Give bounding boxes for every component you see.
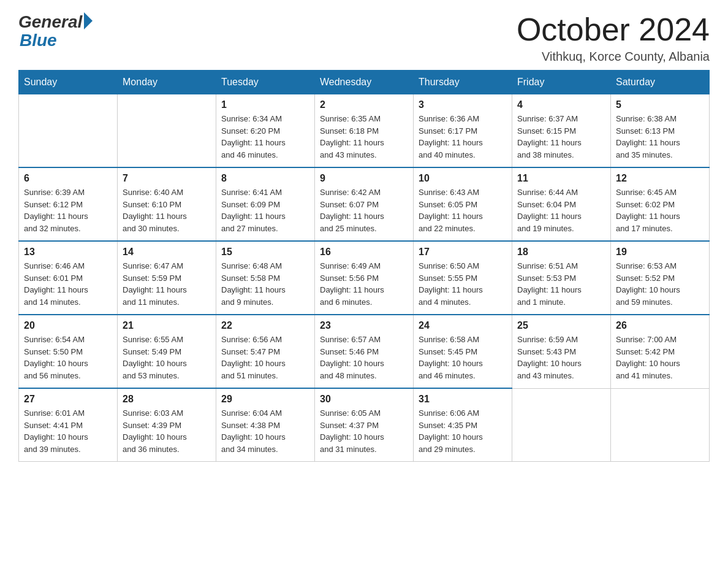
day-info: Sunrise: 6:54 AMSunset: 5:50 PMDaylight:… <box>24 334 112 381</box>
calendar-cell: 31Sunrise: 6:06 AMSunset: 4:35 PMDayligh… <box>414 388 512 462</box>
day-number: 23 <box>320 320 408 331</box>
logo-blue-text: Blue <box>20 32 57 49</box>
calendar-cell: 21Sunrise: 6:55 AMSunset: 5:49 PMDayligh… <box>118 315 216 388</box>
calendar-cell: 7Sunrise: 6:40 AMSunset: 6:10 PMDaylight… <box>118 167 216 241</box>
day-number: 5 <box>616 99 704 110</box>
day-info: Sunrise: 6:42 AMSunset: 6:07 PMDaylight:… <box>320 186 408 234</box>
day-info: Sunrise: 6:05 AMSunset: 4:37 PMDaylight:… <box>320 407 408 455</box>
day-number: 4 <box>517 99 605 110</box>
day-info: Sunrise: 6:04 AMSunset: 4:38 PMDaylight:… <box>221 407 309 455</box>
calendar-cell: 19Sunrise: 6:53 AMSunset: 5:52 PMDayligh… <box>611 241 710 315</box>
calendar-cell: 4Sunrise: 6:37 AMSunset: 6:15 PMDaylight… <box>512 94 611 168</box>
calendar-cell: 27Sunrise: 6:01 AMSunset: 4:41 PMDayligh… <box>19 388 118 462</box>
day-number: 22 <box>221 320 309 331</box>
calendar-cell: 12Sunrise: 6:45 AMSunset: 6:02 PMDayligh… <box>611 167 710 241</box>
calendar-cell: 29Sunrise: 6:04 AMSunset: 4:38 PMDayligh… <box>216 388 315 462</box>
weekday-header-thursday: Thursday <box>414 71 512 94</box>
day-info: Sunrise: 6:38 AMSunset: 6:13 PMDaylight:… <box>616 113 704 161</box>
day-number: 20 <box>24 320 112 331</box>
day-number: 13 <box>24 247 112 258</box>
calendar-week-2: 6Sunrise: 6:39 AMSunset: 6:12 PMDaylight… <box>19 167 710 241</box>
location-title: Vithkuq, Korce County, Albania <box>517 50 710 64</box>
calendar-cell: 26Sunrise: 7:00 AMSunset: 5:42 PMDayligh… <box>611 315 710 388</box>
calendar-cell: 11Sunrise: 6:44 AMSunset: 6:04 PMDayligh… <box>512 167 611 241</box>
day-info: Sunrise: 6:34 AMSunset: 6:20 PMDaylight:… <box>221 113 309 161</box>
day-info: Sunrise: 6:03 AMSunset: 4:39 PMDaylight:… <box>123 407 211 455</box>
day-number: 11 <box>517 173 605 184</box>
calendar-week-5: 27Sunrise: 6:01 AMSunset: 4:41 PMDayligh… <box>19 388 710 462</box>
day-number: 8 <box>221 173 309 184</box>
title-section: October 2024 Vithkuq, Korce County, Alba… <box>517 12 710 64</box>
calendar-cell: 28Sunrise: 6:03 AMSunset: 4:39 PMDayligh… <box>118 388 216 462</box>
day-info: Sunrise: 6:46 AMSunset: 6:01 PMDaylight:… <box>24 260 112 308</box>
calendar-table: SundayMondayTuesdayWednesdayThursdayFrid… <box>18 70 710 462</box>
day-info: Sunrise: 6:59 AMSunset: 5:43 PMDaylight:… <box>517 334 605 381</box>
day-info: Sunrise: 6:35 AMSunset: 6:18 PMDaylight:… <box>320 113 408 161</box>
weekday-header-sunday: Sunday <box>19 71 118 94</box>
day-number: 24 <box>419 320 507 331</box>
page-header: General Blue October 2024 Vithkuq, Korce… <box>18 12 710 64</box>
day-info: Sunrise: 6:37 AMSunset: 6:15 PMDaylight:… <box>517 113 605 161</box>
day-number: 19 <box>616 247 704 258</box>
calendar-cell: 17Sunrise: 6:50 AMSunset: 5:55 PMDayligh… <box>414 241 512 315</box>
calendar-cell: 16Sunrise: 6:49 AMSunset: 5:56 PMDayligh… <box>315 241 414 315</box>
calendar-cell: 18Sunrise: 6:51 AMSunset: 5:53 PMDayligh… <box>512 241 611 315</box>
calendar-week-4: 20Sunrise: 6:54 AMSunset: 5:50 PMDayligh… <box>19 315 710 388</box>
day-info: Sunrise: 6:43 AMSunset: 6:05 PMDaylight:… <box>419 186 507 234</box>
day-info: Sunrise: 6:39 AMSunset: 6:12 PMDaylight:… <box>24 186 112 234</box>
calendar-week-1: 1Sunrise: 6:34 AMSunset: 6:20 PMDaylight… <box>19 94 710 168</box>
calendar-cell: 1Sunrise: 6:34 AMSunset: 6:20 PMDaylight… <box>216 94 315 168</box>
logo-general-text: General <box>18 12 82 32</box>
day-number: 25 <box>517 320 605 331</box>
calendar-cell: 6Sunrise: 6:39 AMSunset: 6:12 PMDaylight… <box>19 167 118 241</box>
calendar-cell: 24Sunrise: 6:58 AMSunset: 5:45 PMDayligh… <box>414 315 512 388</box>
weekday-header-tuesday: Tuesday <box>216 71 315 94</box>
day-number: 28 <box>123 394 211 405</box>
day-info: Sunrise: 6:51 AMSunset: 5:53 PMDaylight:… <box>517 260 605 308</box>
day-number: 16 <box>320 247 408 258</box>
day-number: 17 <box>419 247 507 258</box>
day-number: 15 <box>221 247 309 258</box>
day-info: Sunrise: 6:48 AMSunset: 5:58 PMDaylight:… <box>221 260 309 308</box>
day-info: Sunrise: 6:58 AMSunset: 5:45 PMDaylight:… <box>419 334 507 381</box>
calendar-cell <box>118 94 216 168</box>
day-info: Sunrise: 6:53 AMSunset: 5:52 PMDaylight:… <box>616 260 704 308</box>
calendar-cell <box>19 94 118 168</box>
day-info: Sunrise: 6:55 AMSunset: 5:49 PMDaylight:… <box>123 334 211 381</box>
day-number: 31 <box>419 394 507 405</box>
calendar-cell: 2Sunrise: 6:35 AMSunset: 6:18 PMDaylight… <box>315 94 414 168</box>
calendar-cell: 23Sunrise: 6:57 AMSunset: 5:46 PMDayligh… <box>315 315 414 388</box>
day-info: Sunrise: 6:56 AMSunset: 5:47 PMDaylight:… <box>221 334 309 381</box>
calendar-cell: 5Sunrise: 6:38 AMSunset: 6:13 PMDaylight… <box>611 94 710 168</box>
calendar-cell: 15Sunrise: 6:48 AMSunset: 5:58 PMDayligh… <box>216 241 315 315</box>
calendar-cell: 22Sunrise: 6:56 AMSunset: 5:47 PMDayligh… <box>216 315 315 388</box>
calendar-cell <box>512 388 611 462</box>
day-info: Sunrise: 6:45 AMSunset: 6:02 PMDaylight:… <box>616 186 704 234</box>
weekday-header-friday: Friday <box>512 71 611 94</box>
day-info: Sunrise: 6:49 AMSunset: 5:56 PMDaylight:… <box>320 260 408 308</box>
day-info: Sunrise: 6:44 AMSunset: 6:04 PMDaylight:… <box>517 186 605 234</box>
weekday-header-wednesday: Wednesday <box>315 71 414 94</box>
calendar-cell: 3Sunrise: 6:36 AMSunset: 6:17 PMDaylight… <box>414 94 512 168</box>
day-info: Sunrise: 6:57 AMSunset: 5:46 PMDaylight:… <box>320 334 408 381</box>
day-info: Sunrise: 6:50 AMSunset: 5:55 PMDaylight:… <box>419 260 507 308</box>
day-number: 10 <box>419 173 507 184</box>
calendar-cell: 9Sunrise: 6:42 AMSunset: 6:07 PMDaylight… <box>315 167 414 241</box>
day-info: Sunrise: 6:01 AMSunset: 4:41 PMDaylight:… <box>24 407 112 455</box>
day-number: 27 <box>24 394 112 405</box>
calendar-cell: 8Sunrise: 6:41 AMSunset: 6:09 PMDaylight… <box>216 167 315 241</box>
calendar-cell: 10Sunrise: 6:43 AMSunset: 6:05 PMDayligh… <box>414 167 512 241</box>
day-number: 9 <box>320 173 408 184</box>
day-number: 3 <box>419 99 507 110</box>
day-number: 30 <box>320 394 408 405</box>
calendar-cell: 13Sunrise: 6:46 AMSunset: 6:01 PMDayligh… <box>19 241 118 315</box>
day-number: 14 <box>123 247 211 258</box>
day-info: Sunrise: 6:41 AMSunset: 6:09 PMDaylight:… <box>221 186 309 234</box>
day-info: Sunrise: 6:40 AMSunset: 6:10 PMDaylight:… <box>123 186 211 234</box>
day-number: 26 <box>616 320 704 331</box>
day-number: 7 <box>123 173 211 184</box>
calendar-cell: 20Sunrise: 6:54 AMSunset: 5:50 PMDayligh… <box>19 315 118 388</box>
calendar-week-3: 13Sunrise: 6:46 AMSunset: 6:01 PMDayligh… <box>19 241 710 315</box>
calendar-cell: 25Sunrise: 6:59 AMSunset: 5:43 PMDayligh… <box>512 315 611 388</box>
day-number: 21 <box>123 320 211 331</box>
